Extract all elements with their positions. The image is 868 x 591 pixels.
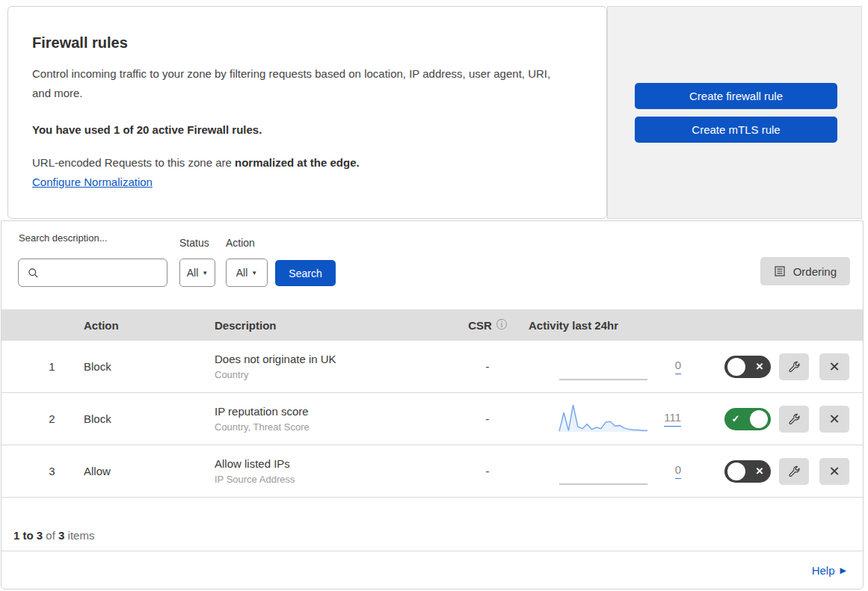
rule-activity-cell: 0 xyxy=(521,349,686,385)
rule-csr-value: - xyxy=(454,412,521,425)
help-arrow-icon: ▶ xyxy=(840,566,846,575)
rule-description: IP reputation score xyxy=(215,405,454,418)
csr-info-icon[interactable]: ⓘ xyxy=(496,318,507,332)
create-firewall-rule-button[interactable]: Create firewall rule xyxy=(635,83,837,109)
activity-sparkline xyxy=(558,349,648,385)
search-icon xyxy=(28,267,39,279)
edit-rule-button[interactable] xyxy=(779,458,809,485)
rule-csr-value: - xyxy=(454,360,521,373)
search-button[interactable]: Search xyxy=(275,260,336,286)
close-icon: ✕ xyxy=(828,411,840,427)
chevron-down-icon: ▼ xyxy=(202,270,208,276)
rule-enabled-toggle[interactable]: ✕ xyxy=(724,460,771,483)
rule-action: Block xyxy=(84,360,215,373)
rule-criteria: Country, Threat Score xyxy=(215,421,454,433)
activity-sparkline xyxy=(558,401,648,437)
rule-enabled-toggle[interactable]: ✓ xyxy=(724,408,771,430)
help-link[interactable]: Help ▶ xyxy=(812,564,846,577)
edit-rule-button[interactable] xyxy=(779,406,809,433)
configure-normalization-link[interactable]: Configure Normalization xyxy=(32,176,153,188)
delete-rule-button[interactable]: ✕ xyxy=(819,353,849,380)
rule-action: Block xyxy=(84,412,215,425)
close-icon: ✕ xyxy=(828,463,840,480)
wrench-icon xyxy=(788,360,801,373)
column-csr: CSR ⓘ xyxy=(454,318,521,332)
rule-description-cell: Does not originate in UK Country xyxy=(215,353,454,380)
table-row: 1 Block Does not originate in UK Country… xyxy=(1,341,863,393)
table-row: 3 Allow Allow listed IPs IP Source Addre… xyxy=(1,445,863,498)
page-title: Firewall rules xyxy=(32,34,572,52)
toggle-knob xyxy=(727,358,745,376)
toggle-knob xyxy=(750,410,768,428)
normalization-bold: normalized at the edge. xyxy=(235,156,360,169)
delete-rule-button[interactable]: ✕ xyxy=(819,406,849,433)
rule-description-cell: Allow listed IPs IP Source Address xyxy=(215,457,454,485)
rule-activity-cell: 0 xyxy=(521,454,686,489)
rule-criteria: Country xyxy=(215,369,454,380)
check-icon: ✓ xyxy=(727,413,744,424)
column-activity: Activity last 24hr xyxy=(521,319,686,332)
rule-enabled-toggle[interactable]: ✕ xyxy=(724,356,771,378)
items-word: items xyxy=(64,529,94,542)
column-description: Description xyxy=(215,319,454,332)
rule-priority: 2 xyxy=(1,412,84,425)
status-filter-dropdown[interactable]: All ▼ xyxy=(179,259,215,287)
search-description-label: Search description... xyxy=(19,232,108,244)
column-csr-label: CSR xyxy=(468,319,492,332)
rule-controls: ✓ ✕ xyxy=(686,406,863,433)
rule-action: Allow xyxy=(84,465,215,477)
wrench-icon xyxy=(788,465,801,477)
activity-count-link[interactable]: 0 xyxy=(675,463,681,479)
table-row: 2 Block IP reputation score Country, Thr… xyxy=(1,393,863,445)
action-filter-dropdown[interactable]: All ▼ xyxy=(226,259,268,287)
help-row: Help ▶ xyxy=(1,551,863,590)
action-filter-label: Action xyxy=(226,237,255,249)
page-description: Control incoming traffic to your zone by… xyxy=(32,64,572,103)
rule-criteria: IP Source Address xyxy=(215,474,454,485)
rule-description-cell: IP reputation score Country, Threat Scor… xyxy=(215,405,454,433)
items-of: of xyxy=(43,529,58,542)
rule-activity-cell: 111 xyxy=(521,401,686,437)
rule-priority: 3 xyxy=(1,465,84,477)
edit-rule-button[interactable] xyxy=(779,353,809,380)
actions-panel: Create firewall rule Create mTLS rule xyxy=(607,6,862,219)
x-icon: ✕ xyxy=(751,465,768,477)
table-header: Action Description CSR ⓘ Activity last 2… xyxy=(1,309,863,341)
firewall-rules-card: Firewall rules Control incoming traffic … xyxy=(7,6,607,219)
rule-description: Allow listed IPs xyxy=(215,457,454,470)
search-box[interactable] xyxy=(18,259,167,287)
close-icon: ✕ xyxy=(828,359,840,375)
toggle-knob xyxy=(727,462,745,480)
status-filter-label: Status xyxy=(179,237,209,249)
action-filter-value: All xyxy=(236,267,248,279)
filter-bar: Search description... Status All ▼ Actio… xyxy=(1,221,863,309)
usage-summary: You have used 1 of 20 active Firewall ru… xyxy=(32,123,572,136)
rule-controls: ✕ ✕ xyxy=(686,353,863,380)
rule-csr-value: - xyxy=(454,465,521,477)
ordering-button[interactable]: Ordering xyxy=(760,257,850,285)
x-icon: ✕ xyxy=(751,361,768,372)
help-label: Help xyxy=(812,564,835,577)
activity-count-link[interactable]: 0 xyxy=(675,359,681,374)
column-action: Action xyxy=(84,319,215,332)
status-filter-value: All xyxy=(187,267,199,279)
rule-controls: ✕ ✕ xyxy=(686,458,863,485)
activity-count-link[interactable]: 111 xyxy=(664,411,681,427)
items-count: 1 to 3 of 3 items xyxy=(1,498,863,551)
rules-panel: Search description... Status All ▼ Actio… xyxy=(1,220,864,590)
search-description-input[interactable] xyxy=(45,267,161,279)
rule-description: Does not originate in UK xyxy=(215,353,454,365)
wrench-icon xyxy=(788,412,801,425)
delete-rule-button[interactable]: ✕ xyxy=(819,458,849,485)
normalization-prefix: URL-encoded Requests to this zone are xyxy=(32,156,235,169)
table-body: 1 Block Does not originate in UK Country… xyxy=(1,341,863,498)
ordering-button-label: Ordering xyxy=(793,265,837,278)
chevron-down-icon: ▼ xyxy=(251,270,257,276)
ordering-list-icon xyxy=(774,265,786,277)
items-range: 1 to 3 xyxy=(13,529,43,542)
create-mtls-rule-button[interactable]: Create mTLS rule xyxy=(635,117,837,143)
normalization-text: URL-encoded Requests to this zone are no… xyxy=(32,156,572,169)
activity-sparkline xyxy=(558,454,648,489)
rule-priority: 1 xyxy=(1,360,84,373)
